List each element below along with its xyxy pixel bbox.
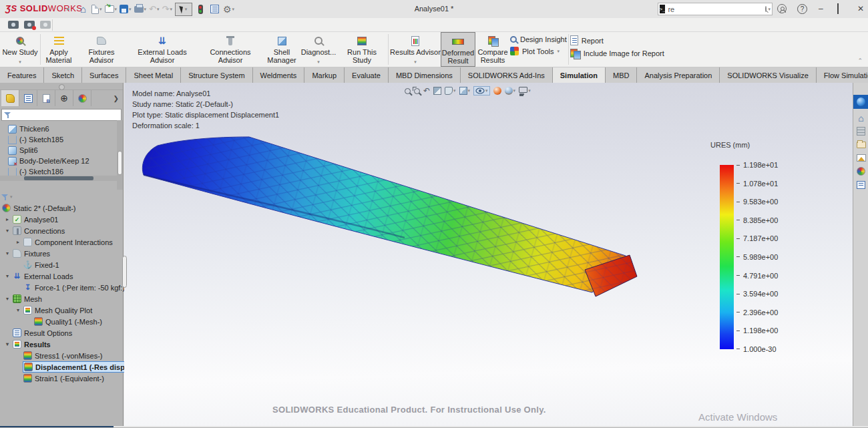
chevron-down-icon[interactable]: ▾ xyxy=(19,58,21,66)
chevron-down-icon[interactable]: ▾ xyxy=(768,7,771,12)
panel-splitter-handle[interactable] xyxy=(122,256,127,288)
chevron-down-icon[interactable]: ▾ xyxy=(10,194,13,200)
tree-item-results[interactable]: ▾Results xyxy=(12,339,53,350)
fixtures-advisor-button[interactable]: Fixtures Advisor▾ xyxy=(75,32,128,67)
chevron-down-icon[interactable]: ▾ xyxy=(361,58,363,66)
expanded-arrow-icon[interactable]: ▾ xyxy=(4,296,11,302)
report-button[interactable]: Report xyxy=(570,35,664,45)
open-button[interactable]: ▾ xyxy=(105,5,118,13)
screenshot-icon[interactable] xyxy=(8,21,19,29)
tab-dimxpert-manager[interactable]: ⊕ xyxy=(55,90,73,106)
tab-structure-system[interactable]: Structure System xyxy=(181,67,252,83)
tab-display-manager[interactable] xyxy=(73,90,91,106)
search-input[interactable] xyxy=(665,5,765,13)
chevron-down-icon[interactable]: ▾ xyxy=(129,7,132,12)
tree-item[interactable]: Stress1 (-vonMises-) xyxy=(23,350,104,361)
chevron-down-icon[interactable]: ▾ xyxy=(232,7,234,12)
tree-item[interactable]: Body-Delete/Keep 12 xyxy=(8,156,89,166)
options-button[interactable]: ⚙▾ xyxy=(223,4,234,15)
tree-item[interactable]: ▸✓Analyse01 xyxy=(12,214,60,225)
tree-item[interactable]: Result Options xyxy=(12,327,74,339)
solidworks-resources-button[interactable]: ⌂ xyxy=(855,112,867,124)
tree-item[interactable]: ▾Fixtures xyxy=(12,248,52,259)
tree-item[interactable]: ▸Component Interactions xyxy=(23,236,115,248)
view-orientation-button[interactable]: ▾ xyxy=(459,87,471,95)
redo-button[interactable]: ↷▾ xyxy=(162,4,172,14)
record-video-icon[interactable] xyxy=(24,21,35,29)
tree-item[interactable]: (-) Sketch185 xyxy=(8,134,63,145)
previous-view-button[interactable]: ↶ xyxy=(423,87,430,95)
selection-filter-button[interactable] xyxy=(195,4,206,15)
run-this-study-button[interactable]: Run This Study▾ xyxy=(337,32,387,67)
tab-configuration-manager[interactable] xyxy=(37,90,55,106)
include-image-button[interactable]: Include Image for Report xyxy=(570,49,664,58)
deformed-result-button[interactable]: Deformed Result xyxy=(441,32,475,67)
chevron-down-icon[interactable]: ▾ xyxy=(528,88,531,93)
tab-mbd[interactable]: MBD xyxy=(606,67,637,83)
restore-button[interactable] xyxy=(837,4,839,13)
tab-simulation[interactable]: Simulation xyxy=(553,67,606,83)
compare-results-button[interactable]: Compare Results xyxy=(475,32,510,67)
study-tree-filter[interactable]: ▾ xyxy=(0,192,123,202)
tab-feature-manager[interactable] xyxy=(1,90,19,106)
tab-markup[interactable]: Markup xyxy=(304,67,345,83)
connections-advisor-button[interactable]: Connections Advisor▾ xyxy=(197,32,264,67)
view-palette-button[interactable] xyxy=(855,152,867,164)
logo-expand-icon[interactable]: ▸ xyxy=(67,5,70,12)
design-library-button[interactable] xyxy=(855,126,867,137)
tab-weldments[interactable]: Weldments xyxy=(253,67,305,83)
results-advisor-button[interactable]: Results Advisor▾ xyxy=(390,32,441,67)
collapsed-arrow-icon[interactable]: ▸ xyxy=(15,239,21,245)
feature-tree-vscrollbar[interactable] xyxy=(117,120,123,190)
annotation-button[interactable]: ▾ xyxy=(445,87,456,95)
ribbon-collapse-icon[interactable]: ⌃ xyxy=(857,57,863,64)
chevron-down-icon[interactable]: ▾ xyxy=(414,58,417,66)
appearances-button[interactable] xyxy=(855,166,867,177)
search-icon[interactable] xyxy=(765,6,767,12)
expanded-arrow-icon[interactable]: ▾ xyxy=(4,250,11,256)
custom-properties-button[interactable] xyxy=(855,179,867,190)
tab-features[interactable]: Features xyxy=(0,67,44,83)
tree-item-displacement-selected[interactable]: Displacement1 (-Res disp-) xyxy=(23,361,132,373)
study-root[interactable]: Static 2* (-Default-) xyxy=(1,202,78,214)
panel-collapse-handle[interactable] xyxy=(0,83,123,90)
expanded-arrow-icon[interactable]: ▾ xyxy=(4,341,11,347)
save-button[interactable]: ▾ xyxy=(120,5,132,13)
tree-item[interactable]: ↧Force-1 (:Per item: -50 kgf:) xyxy=(23,282,127,293)
close-button[interactable]: ✕ xyxy=(857,4,864,13)
help-button[interactable]: ? xyxy=(797,4,807,14)
tab-solidworks-visualize[interactable]: SOLIDWORKS Visualize xyxy=(720,67,816,83)
chevron-down-icon[interactable]: ▾ xyxy=(185,7,188,12)
tab-mbd-dimensions[interactable]: MBD Dimensions xyxy=(389,67,461,83)
select-tool-button[interactable]: ▾ xyxy=(175,3,192,16)
external-loads-advisor-button[interactable]: ⇊ External Loads Advisor▾ xyxy=(128,32,197,67)
tree-item[interactable]: Quality1 (-Mesh-) xyxy=(33,316,104,327)
tree-item[interactable]: ⚓Fixed-1 xyxy=(23,259,61,270)
diagnostics-button[interactable]: Diagnost...▾ xyxy=(300,32,337,67)
hide-show-items-button[interactable]: ▾ xyxy=(473,86,490,95)
tree-item[interactable]: Split6 xyxy=(8,145,38,156)
expanded-arrow-icon[interactable]: ▾ xyxy=(4,273,11,279)
plot-tools-button[interactable]: Plot Tools▾ xyxy=(510,47,567,55)
shell-manager-button[interactable]: Shell Manager xyxy=(264,32,300,67)
minimize-button[interactable]: – xyxy=(819,4,823,13)
chevron-down-icon[interactable]: ▾ xyxy=(513,88,516,93)
section-view-button[interactable] xyxy=(433,87,441,95)
3dexperience-button[interactable] xyxy=(853,95,868,109)
search-box[interactable]: >_ ▾ xyxy=(658,3,773,15)
apply-material-button[interactable]: Apply Material xyxy=(42,32,75,67)
design-insight-button[interactable]: Design Insight xyxy=(510,35,567,43)
chevron-down-icon[interactable]: ▾ xyxy=(485,88,488,93)
chevron-down-icon[interactable]: ▾ xyxy=(99,7,102,12)
chevron-down-icon[interactable]: ▾ xyxy=(100,58,103,66)
tab-sheet-metal[interactable]: Sheet Metal xyxy=(126,67,181,83)
chevron-down-icon[interactable]: ▾ xyxy=(453,88,456,93)
file-explorer-button[interactable] xyxy=(855,139,867,150)
edit-appearance-button[interactable] xyxy=(493,87,501,95)
chevron-down-icon[interactable]: ▾ xyxy=(115,7,118,12)
account-icon[interactable] xyxy=(777,4,787,13)
expanded-arrow-icon[interactable]: ▾ xyxy=(15,307,21,313)
tree-item[interactable]: ▾Mesh Quality Plot xyxy=(23,304,94,316)
tab-property-manager[interactable] xyxy=(19,90,37,106)
chevron-down-icon[interactable]: ▾ xyxy=(558,49,560,54)
